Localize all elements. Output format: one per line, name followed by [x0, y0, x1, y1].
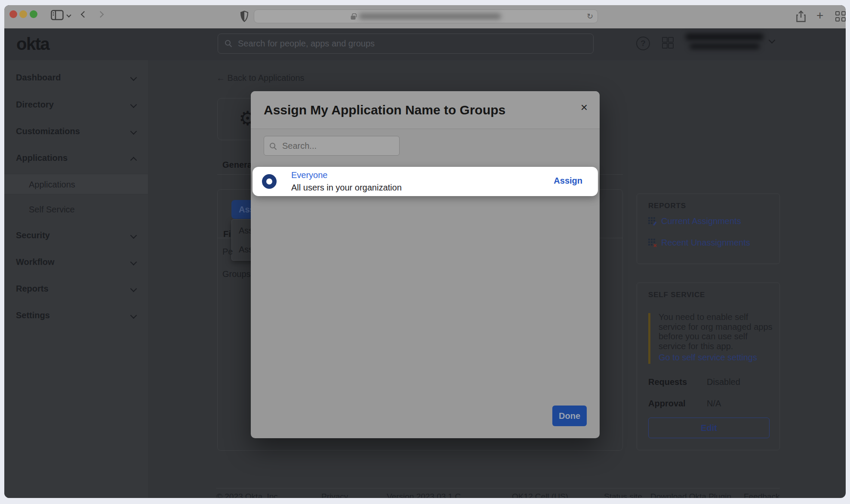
self-service-settings-link[interactable]: Go to self service settings: [659, 353, 757, 363]
close-window-button[interactable]: [9, 10, 17, 18]
privacy-shield-icon[interactable]: [240, 11, 249, 22]
close-icon[interactable]: ×: [581, 101, 588, 114]
new-tab-icon[interactable]: +: [816, 9, 823, 22]
footer-feedback-link[interactable]: Feedback: [744, 492, 779, 498]
self-service-title: SELF SERVICE: [648, 291, 705, 299]
footer-divider: [216, 488, 780, 489]
requests-label: Requests: [648, 377, 687, 387]
user-name-redacted: [685, 34, 764, 40]
footer-status-site-link[interactable]: Status site: [604, 492, 642, 498]
assign-link[interactable]: Assign: [554, 176, 582, 186]
sidebar-item-self-service[interactable]: Self Service: [4, 199, 148, 220]
footer-cell: OK12 Cell (US): [512, 492, 568, 498]
current-assignments-link[interactable]: Current Assignments: [648, 216, 741, 226]
minimize-window-button[interactable]: [19, 10, 27, 18]
search-icon: [270, 143, 275, 148]
sidebar-item-workflow[interactable]: Workflow: [4, 252, 148, 272]
sidebar-item-security[interactable]: Security: [4, 225, 148, 246]
chevron-down-icon: [130, 232, 137, 239]
browser-toolbar: ↻ +: [4, 5, 846, 28]
sidebar-chevron-icon[interactable]: [66, 12, 71, 17]
sidebar-item-directory[interactable]: Directory: [4, 94, 148, 115]
user-menu-chevron-icon[interactable]: [769, 37, 776, 44]
chevron-down-icon: [130, 128, 137, 135]
browser-window: ↻ + okta ? Dashboard Directory Customiza…: [4, 5, 846, 498]
reload-icon[interactable]: ↻: [587, 12, 593, 21]
approval-label: Approval: [648, 399, 686, 409]
admin-search-bar[interactable]: [218, 34, 594, 54]
modal-title: Assign My Application Name to Groups: [264, 103, 505, 117]
requests-value: Disabled: [707, 377, 740, 387]
group-row-everyone: Everyone All users in your organization …: [253, 167, 598, 196]
group-description: All users in your organization: [291, 183, 402, 193]
sidebar-item-customizations[interactable]: Customizations: [4, 121, 148, 141]
assign-to-groups-modal: Assign My Application Name to Groups × E…: [251, 91, 600, 438]
group-ring-icon: [262, 174, 277, 189]
apps-grid-icon[interactable]: [662, 37, 672, 47]
groups-filter-label[interactable]: Groups: [222, 269, 251, 279]
left-arrow-icon: ←: [216, 73, 225, 83]
report-remove-icon: [648, 239, 657, 247]
self-service-panel: SELF SERVICE You need to enable self ser…: [637, 283, 780, 450]
sidebar-item-settings[interactable]: Settings: [4, 305, 148, 326]
url-text-redacted: [359, 14, 501, 19]
back-icon[interactable]: [81, 11, 88, 18]
group-name-link[interactable]: Everyone: [291, 170, 328, 180]
modal-search-bar[interactable]: [264, 136, 400, 156]
lock-icon: [351, 16, 356, 20]
forward-icon[interactable]: [97, 11, 104, 18]
edit-button[interactable]: Edit: [648, 418, 770, 438]
search-icon: [225, 40, 231, 46]
sidebar-item-applications-sub[interactable]: Applications: [4, 174, 148, 194]
okta-logo[interactable]: okta: [16, 34, 49, 54]
chevron-down-icon: [130, 312, 137, 319]
sidebar: Dashboard Directory Customizations Appli…: [4, 60, 148, 498]
people-filter-label[interactable]: Pe: [222, 247, 233, 257]
okta-header: okta ?: [4, 28, 846, 60]
approval-value: N/A: [707, 399, 721, 409]
share-icon[interactable]: [796, 10, 806, 23]
back-to-applications-link[interactable]: ← Back to Applications: [216, 73, 305, 83]
chevron-down-icon: [130, 286, 137, 292]
self-service-warning-text: You need to enable self service for org …: [659, 312, 774, 351]
maximize-window-button[interactable]: [30, 10, 37, 18]
warning-accent-bar: [648, 313, 650, 364]
chevron-down-icon: [130, 74, 137, 81]
sidebar-toggle-icon[interactable]: [51, 10, 64, 20]
reports-title: REPORTS: [648, 202, 686, 210]
filters-label: Fi: [223, 229, 231, 239]
footer-version: Version 2023.03.1 C: [387, 492, 461, 498]
sidebar-item-dashboard[interactable]: Dashboard: [4, 67, 148, 88]
sidebar-item-reports[interactable]: Reports: [4, 278, 148, 299]
modal-search-input[interactable]: [282, 136, 394, 155]
recent-unassignments-link[interactable]: Recent Unassignments: [648, 238, 750, 248]
help-icon[interactable]: ?: [636, 37, 650, 50]
chevron-down-icon: [130, 101, 137, 108]
reports-panel: REPORTS Current Assignments: [637, 194, 780, 264]
chevron-down-icon: [130, 259, 137, 266]
footer-copyright: © 2023 Okta, Inc.: [216, 492, 280, 498]
user-org-redacted: [690, 44, 760, 49]
chevron-up-icon: [130, 157, 137, 164]
address-bar[interactable]: ↻: [254, 9, 598, 23]
report-edit-icon: [648, 217, 657, 226]
tab-general[interactable]: Genera: [222, 160, 252, 170]
footer-download-plugin-link[interactable]: Download Okta Plugin: [650, 492, 731, 498]
admin-search-input[interactable]: [238, 34, 582, 53]
modal-header: Assign My Application Name to Groups ×: [251, 91, 600, 129]
footer-privacy-link[interactable]: Privacy: [321, 492, 348, 498]
sidebar-item-applications[interactable]: Applications: [4, 148, 148, 168]
tab-overview-icon[interactable]: [835, 11, 846, 22]
done-button[interactable]: Done: [552, 406, 587, 426]
